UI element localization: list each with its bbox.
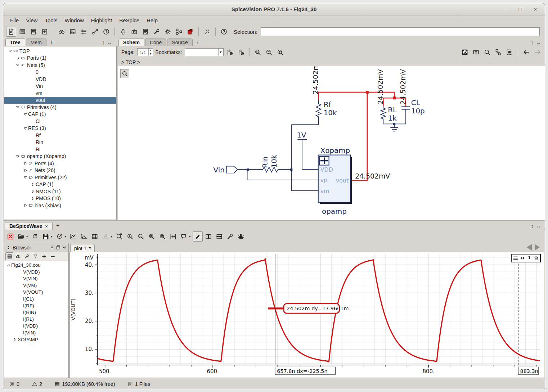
tab-bespicewave[interactable]: BeSpiceWave × — [5, 222, 53, 230]
detach-probe-button[interactable] — [202, 27, 212, 37]
list-small-button[interactable] — [5, 252, 13, 260]
tab-source[interactable]: Source — [167, 39, 192, 46]
zoom-cancel-button[interactable] — [147, 231, 157, 242]
fwd-button[interactable] — [533, 47, 543, 57]
cursor-bubble-dropdown-icon[interactable]: ▾ — [189, 235, 192, 238]
tree-item-bias-xbias-[interactable]: bias (Xbias) — [4, 202, 116, 209]
expand-icon[interactable] — [12, 338, 18, 342]
bookmark-remove-button[interactable] — [236, 47, 246, 57]
reload-button[interactable] — [30, 231, 40, 242]
collapse-icon[interactable] — [7, 49, 13, 53]
tree-item-rin[interactable]: Rin — [4, 139, 116, 146]
trash-button[interactable] — [533, 255, 539, 261]
console-button[interactable] — [68, 27, 78, 37]
collapse-icon[interactable] — [22, 175, 28, 179]
minimize-button[interactable]: – — [502, 6, 508, 12]
menu-item-help[interactable]: Help — [143, 16, 161, 24]
zoom-in-s-button[interactable] — [275, 47, 285, 57]
tree-item-res-3-[interactable]: RES (3) — [4, 125, 116, 132]
export-dropdown-icon[interactable]: ▾ — [64, 235, 67, 238]
signal-item-i-cl-[interactable]: I(CL) — [4, 296, 68, 302]
menu-item-window[interactable]: Window — [61, 16, 87, 24]
tree-item-ports-1-[interactable]: Ports (1) — [4, 55, 116, 62]
wrench-button[interactable] — [225, 231, 235, 242]
back-button[interactable] — [521, 47, 531, 57]
close-plot-button[interactable] — [5, 231, 15, 242]
tree-item-nets-26-[interactable]: Nets (26) — [4, 167, 116, 174]
tab-plot-1[interactable]: plot 1 * — [70, 244, 95, 252]
highlight-red-button[interactable] — [185, 27, 195, 37]
menu-item-bespice[interactable]: BeSpice — [116, 16, 143, 24]
export-button[interactable] — [54, 231, 64, 242]
expand-icon[interactable] — [15, 56, 21, 60]
expand-icon[interactable] — [22, 161, 28, 165]
signal-item-v-vm-[interactable]: V(VM) — [4, 282, 68, 289]
expand-icon[interactable] — [30, 197, 36, 200]
one-glyph-button[interactable]: 1 — [526, 255, 532, 261]
wave-tab-add-button[interactable]: + — [53, 222, 62, 230]
fitx-small-button[interactable] — [520, 255, 525, 261]
new-view-button[interactable] — [40, 27, 50, 37]
tree-item-0[interactable]: 0 — [4, 69, 116, 76]
split-horizontal-icon[interactable]: ↔ — [536, 39, 541, 45]
tree-item-vout[interactable]: vout — [4, 97, 116, 104]
zoom-lock-button[interactable] — [114, 231, 124, 242]
chev-dd-icon[interactable] — [62, 245, 67, 250]
tree-item-primitives-22-[interactable]: Primitives (22) — [4, 174, 116, 181]
open-folder-button[interactable] — [16, 231, 26, 242]
wrench-button[interactable] — [23, 252, 31, 260]
zoom-tool-button[interactable] — [482, 47, 492, 57]
page-down-icon[interactable]: ▼ — [149, 52, 153, 56]
tree-item-pmos-10-[interactable]: PMOS (10) — [4, 195, 116, 202]
overview-win-button[interactable] — [471, 47, 481, 57]
signal-item-v-vin-[interactable]: V(VIN) — [4, 275, 68, 282]
wave-tab-close-icon[interactable]: × — [45, 224, 48, 229]
split-h-button[interactable] — [214, 231, 224, 242]
probe-button[interactable] — [90, 27, 100, 37]
split-vertical-icon[interactable]: ↕ — [102, 39, 105, 45]
tab-add-button[interactable]: + — [47, 39, 56, 46]
zoom-out-mag-button[interactable] — [136, 231, 146, 242]
maximize-button[interactable]: □ — [517, 6, 523, 12]
pin-icon[interactable] — [49, 245, 55, 250]
menu-item-file[interactable]: File — [7, 16, 22, 24]
selection-input[interactable] — [261, 27, 540, 36]
sort-icon[interactable] — [6, 245, 11, 250]
tree-item-vm[interactable]: vm — [4, 90, 116, 97]
table-button[interactable] — [90, 231, 100, 242]
tree-item-top[interactable]: TOP — [4, 48, 116, 55]
binoculars-button[interactable] — [14, 252, 22, 260]
list-view-button[interactable] — [79, 27, 89, 37]
tree-item-ports-4-[interactable]: Ports (4) — [4, 160, 116, 167]
signal-item-v-vdd-[interactable]: V(VDD) — [4, 269, 68, 275]
page-up-icon[interactable]: ▲ — [149, 49, 153, 52]
collapse-icon[interactable] — [15, 154, 21, 158]
wave-file-item[interactable]: Fig24_30.cou — [4, 262, 68, 269]
snapshot-button[interactable] — [129, 27, 139, 37]
collapse-icon[interactable] — [6, 263, 11, 267]
invert-button[interactable] — [460, 47, 470, 57]
tab-add-button[interactable]: + — [193, 39, 202, 46]
collapse-icon[interactable] — [22, 112, 28, 116]
split-vertical-icon[interactable]: ↕ — [531, 223, 534, 229]
memory-view-button[interactable] — [17, 27, 27, 37]
collapse-icon[interactable] — [15, 63, 21, 67]
chart-axes-button[interactable] — [79, 231, 89, 242]
expand-icon[interactable] — [30, 183, 36, 186]
bug-button[interactable] — [236, 231, 246, 242]
step-curve-button[interactable] — [100, 231, 111, 242]
signal-item-i-rf-[interactable]: I(RF) — [4, 302, 68, 309]
cursor-bubble-button[interactable] — [179, 231, 189, 242]
signal-item-i-rin-[interactable]: I(RIN) — [4, 309, 68, 316]
zoom-out-s-button[interactable] — [264, 47, 274, 57]
collapse-icon[interactable] — [22, 126, 28, 130]
report-view-button[interactable] — [28, 27, 39, 37]
plot-canvas[interactable]: 10.20.30.40.500.600.700.800.mVV(VOUT)657… — [69, 252, 544, 378]
menu-item-highlight[interactable]: Highlight — [88, 16, 115, 24]
gear-button[interactable] — [163, 27, 173, 37]
tree-item-rf[interactable]: Rf — [4, 132, 116, 139]
pen-button[interactable] — [193, 231, 203, 242]
zoom-reset-button[interactable] — [157, 231, 167, 242]
wrench-button[interactable] — [152, 27, 162, 37]
tree-item-vin[interactable]: Vin — [4, 83, 116, 90]
